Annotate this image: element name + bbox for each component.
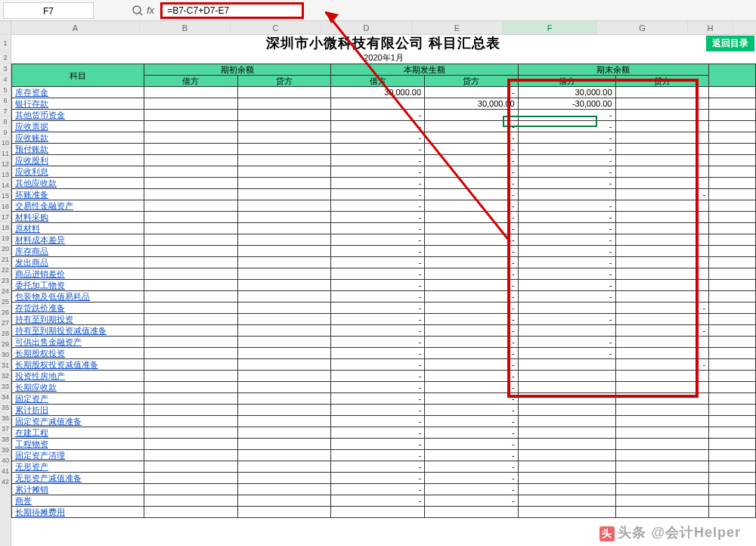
cell[interactable] (144, 132, 238, 144)
row-header-13[interactable]: 13 (0, 169, 11, 180)
cell[interactable] (615, 246, 709, 257)
cell-label[interactable]: 持有至到期投资 (12, 314, 144, 325)
cell-label[interactable]: 原材料 (12, 223, 144, 234)
cell[interactable]: - (425, 223, 519, 234)
cell[interactable]: - (425, 246, 519, 257)
cell[interactable]: - (331, 325, 425, 337)
cell[interactable]: 30,000.00 (331, 87, 425, 98)
cell[interactable]: - (518, 155, 615, 166)
cell[interactable] (144, 348, 238, 359)
cell-label[interactable]: 工程物资 (12, 439, 144, 450)
cell-label[interactable]: 商品进销差价 (12, 268, 144, 280)
cell[interactable] (709, 382, 756, 393)
cell[interactable]: - (331, 257, 425, 268)
cell[interactable] (237, 110, 331, 121)
cell-label[interactable]: 长期股权投资减值准备 (12, 359, 144, 371)
row-header-7[interactable]: 7 (0, 106, 11, 116)
cell-label[interactable]: 应收账款 (12, 132, 144, 144)
cell[interactable]: - (425, 87, 519, 98)
cell[interactable]: - (425, 155, 519, 166)
cell-label[interactable]: 长期应收款 (12, 382, 144, 393)
row-header-26[interactable]: 26 (0, 307, 11, 318)
cell[interactable] (709, 268, 756, 280)
cell[interactable] (709, 110, 756, 121)
cell[interactable]: - (518, 132, 615, 144)
cell[interactable] (144, 393, 238, 405)
cell[interactable] (709, 87, 756, 98)
cell[interactable] (709, 212, 756, 223)
cell[interactable] (709, 393, 756, 405)
cell[interactable] (237, 461, 331, 473)
cell[interactable] (615, 416, 709, 427)
cell[interactable] (709, 234, 756, 246)
cell[interactable] (709, 450, 756, 461)
row-header-8[interactable]: 8 (0, 116, 11, 127)
cell[interactable] (237, 416, 331, 427)
col-header-C[interactable]: C (231, 21, 321, 34)
row-header-11[interactable]: 11 (0, 148, 11, 159)
cell[interactable] (709, 223, 756, 234)
cell[interactable] (709, 189, 756, 200)
row-header-20[interactable]: 20 (0, 244, 11, 254)
cell[interactable] (237, 427, 331, 439)
cell[interactable] (709, 371, 756, 382)
row-header-33[interactable]: 33 (0, 381, 11, 392)
cell[interactable] (237, 405, 331, 416)
cell[interactable]: - (425, 382, 519, 393)
cell[interactable] (709, 132, 756, 144)
cell[interactable] (615, 212, 709, 223)
cell[interactable] (237, 393, 331, 405)
cell[interactable]: - (331, 234, 425, 246)
cell[interactable] (615, 450, 709, 461)
row-header-4[interactable]: 4 (0, 74, 11, 85)
cell-label[interactable]: 累计摊销 (12, 484, 144, 495)
cell[interactable] (709, 144, 756, 155)
cell[interactable] (709, 314, 756, 325)
cell[interactable] (615, 144, 709, 155)
cell[interactable] (615, 200, 709, 212)
cell-label[interactable]: 委托加工物资 (12, 280, 144, 291)
cell[interactable]: - (331, 246, 425, 257)
cell[interactable] (518, 405, 615, 416)
cell[interactable] (709, 246, 756, 257)
cell[interactable] (615, 121, 709, 132)
cell-label[interactable]: 库存资金 (12, 87, 144, 98)
return-button[interactable]: 返回目录 (706, 36, 754, 51)
cell[interactable]: 30,000.00 (518, 87, 615, 98)
cell[interactable]: -30,000.00 (518, 98, 615, 110)
cell[interactable] (237, 280, 331, 291)
cell-label[interactable]: 固定资产 (12, 393, 144, 405)
cell[interactable]: - (331, 189, 425, 200)
cell[interactable]: - (615, 302, 709, 314)
cell-label[interactable]: 交易性金融资产 (12, 200, 144, 212)
cell[interactable] (615, 268, 709, 280)
cell-label[interactable]: 固定资产减值准备 (12, 416, 144, 427)
name-box[interactable]: F7 (3, 2, 94, 19)
cell[interactable] (144, 200, 238, 212)
cell[interactable]: - (331, 121, 425, 132)
cell[interactable] (709, 302, 756, 314)
cell[interactable] (709, 495, 756, 507)
cell[interactable] (615, 484, 709, 495)
cell-label[interactable]: 固定资产清理 (12, 450, 144, 461)
cell[interactable] (709, 416, 756, 427)
cell[interactable]: - (425, 234, 519, 246)
cell[interactable]: 30,000.00 (425, 98, 519, 110)
cell[interactable]: - (615, 189, 709, 200)
cell[interactable] (237, 371, 331, 382)
cell[interactable] (144, 223, 238, 234)
row-header-28[interactable]: 28 (0, 328, 11, 339)
formula-input[interactable]: =B7-C7+D7-E7 (160, 2, 304, 19)
cell[interactable] (518, 484, 615, 495)
row-header-3[interactable]: 3 (0, 64, 11, 74)
cell[interactable] (518, 507, 615, 518)
row-header-5[interactable]: 5 (0, 85, 11, 95)
row-header-30[interactable]: 30 (0, 349, 11, 360)
cell[interactable] (518, 473, 615, 484)
cell[interactable] (237, 223, 331, 234)
cell[interactable]: - (331, 200, 425, 212)
cell[interactable] (144, 450, 238, 461)
cell[interactable]: - (331, 348, 425, 359)
cell[interactable] (237, 314, 331, 325)
cell[interactable] (518, 325, 615, 337)
